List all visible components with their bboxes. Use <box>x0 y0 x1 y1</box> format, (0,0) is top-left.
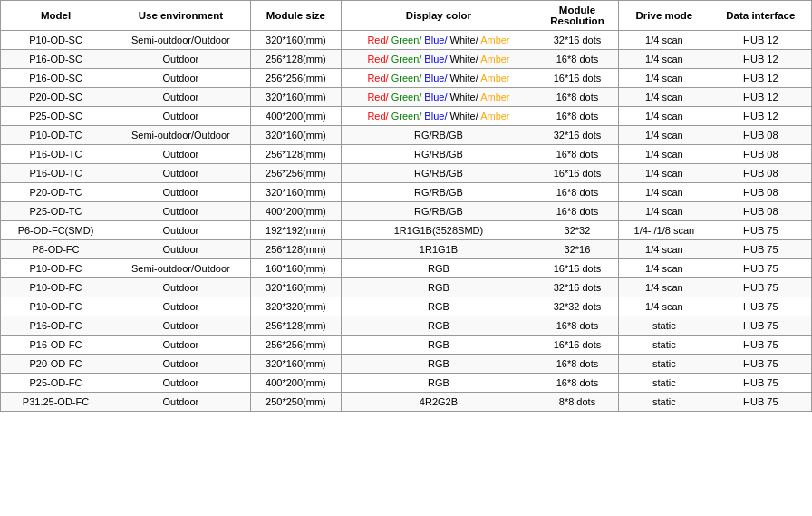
cell-resolution: 16*8 dots <box>536 374 618 393</box>
color-part: Blue/ <box>421 34 447 45</box>
cell-size: 400*200(mm) <box>250 202 341 221</box>
table-row: P25-OD-FCOutdoor400*200(mm)RGB16*8 dotss… <box>1 374 812 393</box>
color-part: Red/ <box>367 73 388 83</box>
cell-resolution: 16*16 dots <box>536 164 618 183</box>
cell-interface: HUB 75 <box>710 336 811 355</box>
cell-drive: static <box>619 374 710 393</box>
color-part: White/ <box>447 54 478 64</box>
cell-environment: Semi-outdoor/Outdoor <box>111 126 251 145</box>
cell-resolution: 16*8 dots <box>536 107 618 126</box>
cell-color: RG/RB/GB <box>342 164 536 183</box>
color-part: RG/RB/GB <box>414 206 463 217</box>
cell-interface: HUB 12 <box>710 69 811 88</box>
cell-size: 250*250(mm) <box>250 393 341 412</box>
table-row: P25-OD-TCOutdoor400*200(mm)RG/RB/GB16*8 … <box>1 202 812 221</box>
cell-color: Red/ Green/ Blue/ White/ Amber <box>342 50 536 69</box>
cell-model: P10-OD-FC <box>1 297 111 316</box>
cell-resolution: 16*8 dots <box>536 355 618 374</box>
cell-model: P10-OD-FC <box>1 278 111 297</box>
color-part: Blue/ <box>421 111 447 122</box>
cell-model: P16-OD-TC <box>1 164 111 183</box>
color-part: RG/RB/GB <box>414 187 463 198</box>
color-part: Green/ <box>389 54 422 64</box>
color-part: RG/RB/GB <box>414 130 463 141</box>
cell-resolution: 16*8 dots <box>536 202 618 221</box>
cell-model: P31.25-OD-FC <box>1 393 111 412</box>
cell-model: P16-OD-TC <box>1 145 111 164</box>
cell-resolution: 32*16 <box>536 240 618 259</box>
cell-environment: Outdoor <box>111 88 251 107</box>
cell-color: RG/RB/GB <box>342 183 536 202</box>
color-part: Green/ <box>389 111 422 122</box>
cell-drive: 1/4 scan <box>619 31 710 50</box>
cell-drive: 1/4 scan <box>619 145 710 164</box>
color-part: RGB <box>428 320 450 331</box>
cell-interface: HUB 75 <box>710 259 811 278</box>
color-part: Red/ <box>367 34 388 45</box>
color-part: Blue/ <box>421 54 447 64</box>
cell-color: RGB <box>342 297 536 316</box>
cell-size: 256*128(mm) <box>250 316 341 336</box>
cell-environment: Outdoor <box>111 164 251 183</box>
cell-interface: HUB 12 <box>710 31 811 50</box>
table-row: P8-OD-FCOutdoor256*128(mm)1R1G1B32*161/4… <box>1 240 812 259</box>
color-part: Red/ <box>367 54 388 64</box>
color-part: Amber <box>478 92 510 102</box>
cell-resolution: 16*8 dots <box>536 50 618 69</box>
color-part: Blue/ <box>421 92 447 102</box>
cell-drive: 1/4 scan <box>619 240 710 259</box>
header-size: Module size <box>250 1 341 31</box>
cell-resolution: 32*32 dots <box>536 297 618 316</box>
color-part: White/ <box>447 34 478 45</box>
cell-resolution: 8*8 dots <box>536 393 618 412</box>
cell-color: RGB <box>342 278 536 297</box>
cell-drive: 1/4 scan <box>619 297 710 316</box>
color-part: White/ <box>447 92 478 102</box>
cell-model: P16-OD-SC <box>1 50 111 69</box>
cell-size: 320*160(mm) <box>250 88 341 107</box>
table-row: P20-OD-FCOutdoor320*160(mm)RGB16*8 dotss… <box>1 355 812 374</box>
cell-size: 256*256(mm) <box>250 336 341 355</box>
table-row: P16-OD-FCOutdoor256*256(mm)RGB16*16 dots… <box>1 336 812 355</box>
table-row: P10-OD-TCSemi-outdoor/Outdoor320*160(mm)… <box>1 126 812 145</box>
color-part: White/ <box>447 111 478 122</box>
color-part: RGB <box>428 377 450 388</box>
cell-environment: Outdoor <box>111 297 251 316</box>
cell-model: P6-OD-FC(SMD) <box>1 221 111 240</box>
cell-environment: Semi-outdoor/Outdoor <box>111 31 251 50</box>
cell-drive: 1/4 scan <box>619 69 710 88</box>
cell-model: P20-OD-FC <box>1 355 111 374</box>
color-part: RGB <box>428 282 450 293</box>
cell-drive: 1/4 scan <box>619 202 710 221</box>
cell-interface: HUB 75 <box>710 297 811 316</box>
cell-model: P16-OD-FC <box>1 316 111 336</box>
cell-resolution: 16*16 dots <box>536 259 618 278</box>
header-resolution: ModuleResolution <box>536 1 618 31</box>
color-part: Green/ <box>389 73 422 83</box>
cell-interface: HUB 75 <box>710 316 811 336</box>
cell-model: P25-OD-SC <box>1 107 111 126</box>
cell-model: P25-OD-TC <box>1 202 111 221</box>
color-part: Red/ <box>367 92 388 102</box>
cell-size: 320*160(mm) <box>250 31 341 50</box>
main-table: Model Use environment Module size Displa… <box>0 0 812 412</box>
cell-color: Red/ Green/ Blue/ White/ Amber <box>342 107 536 126</box>
cell-size: 256*256(mm) <box>250 164 341 183</box>
color-part: 1R1G1B <box>420 244 458 255</box>
cell-model: P20-OD-TC <box>1 183 111 202</box>
cell-model: P8-OD-FC <box>1 240 111 259</box>
header-interface: Data interface <box>710 1 811 31</box>
cell-size: 192*192(mm) <box>250 221 341 240</box>
cell-color: RG/RB/GB <box>342 202 536 221</box>
cell-color: RGB <box>342 355 536 374</box>
cell-interface: HUB 75 <box>710 355 811 374</box>
color-part: RGB <box>428 301 450 312</box>
header-row: Model Use environment Module size Displa… <box>1 1 812 31</box>
color-part: Blue/ <box>421 73 447 83</box>
cell-drive: 1/4 scan <box>619 164 710 183</box>
cell-color: 1R1G1B(3528SMD) <box>342 221 536 240</box>
cell-interface: HUB 75 <box>710 240 811 259</box>
color-part: 1R1G1B(3528SMD) <box>394 225 483 236</box>
cell-drive: static <box>619 393 710 412</box>
cell-environment: Outdoor <box>111 50 251 69</box>
